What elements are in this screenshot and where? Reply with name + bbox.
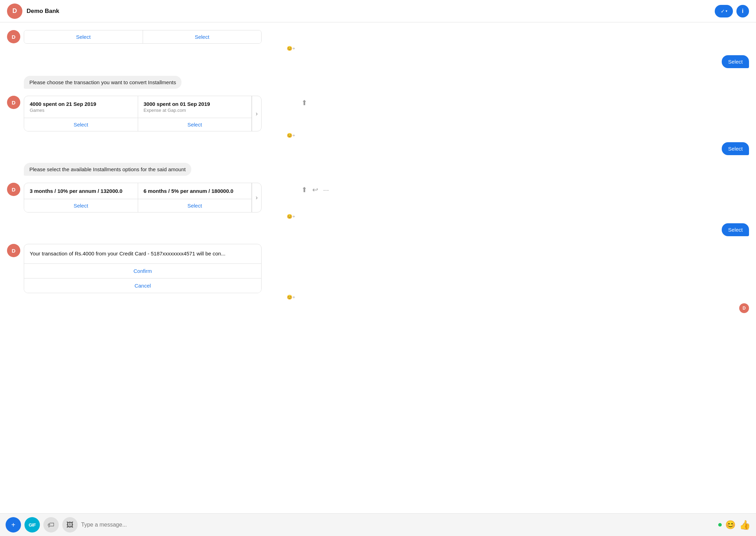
emoji-bar-4: 😊+ <box>24 295 295 300</box>
sticker-icon: 🏷 <box>48 521 55 529</box>
user-select-3-content: Select <box>722 223 749 236</box>
emoji-add-icon-4[interactable]: 😊+ <box>287 295 295 300</box>
cancel-button[interactable]: Cancel <box>24 278 261 293</box>
card-next-arrow-1[interactable]: › <box>252 96 261 131</box>
top-select-right-button[interactable]: Select <box>143 30 262 43</box>
image-button[interactable]: 🖼 <box>62 517 78 533</box>
info-button[interactable]: i <box>736 5 749 17</box>
msg-row-user-select-1: Select <box>0 53 756 70</box>
installment-card-1-amount: 3 months / 10% per annum / 132000.0 <box>30 188 132 194</box>
bottom-avatar-row: D <box>0 302 756 313</box>
transaction-card-2-amount: 3000 spent on 01 Sep 2019 <box>144 101 246 107</box>
bottom-avatar: D <box>739 303 749 313</box>
card-1-actions: ⬆ <box>300 96 309 108</box>
more-icon[interactable]: ··· <box>322 184 330 195</box>
share-icon-2[interactable]: ⬆ <box>300 184 309 195</box>
transaction-card-2-select[interactable]: Select <box>138 118 252 131</box>
user-select-bubble-2[interactable]: Select <box>722 142 749 155</box>
transaction-card-1-select[interactable]: Select <box>24 118 138 131</box>
share-icon-1[interactable]: ⬆ <box>300 97 309 108</box>
image-icon: 🖼 <box>66 521 73 529</box>
bot-bubble-1: Please choose the transaction you want t… <box>24 76 181 89</box>
sticker-button[interactable]: 🏷 <box>43 517 59 533</box>
msg-row-cards-1: D 4000 spent on 21 Sep 2019 Games Select <box>0 94 756 140</box>
chevron-right-icon-2: › <box>256 194 258 201</box>
transaction-card-2-desc: Expense at Gap.com <box>144 108 246 113</box>
confirm-button[interactable]: Confirm <box>24 263 261 278</box>
user-avatar-1: D <box>7 30 20 43</box>
user-avatar-4: D <box>7 244 20 257</box>
installment-card-2: 6 months / 5% per annum / 180000.0 Selec… <box>138 183 252 212</box>
check-button[interactable]: ✓ ▾ <box>715 5 733 17</box>
chevron-icon: ▾ <box>726 9 727 13</box>
installment-card-1-body: 3 months / 10% per annum / 132000.0 <box>24 183 138 199</box>
emoji-add-icon-1[interactable]: 😊+ <box>287 46 295 51</box>
card-next-arrow-2[interactable]: › <box>252 183 261 212</box>
online-status-dot <box>718 523 722 527</box>
msg-row-cards-2: D 3 months / 10% per annum / 132000.0 Se… <box>0 181 756 221</box>
user-select-bubble-3[interactable]: Select <box>722 223 749 236</box>
emoji-add-icon-3[interactable]: 😊+ <box>287 214 295 219</box>
cards-2-content: 3 months / 10% per annum / 132000.0 Sele… <box>24 183 297 219</box>
message-input[interactable] <box>81 522 715 528</box>
header-avatar: D <box>7 3 22 19</box>
confirm-content: Your transaction of Rs.4000 from your Cr… <box>24 244 297 300</box>
transaction-card-1-desc: Games <box>30 108 132 113</box>
transaction-card-2-body: 3000 spent on 01 Sep 2019 Expense at Gap… <box>138 96 252 118</box>
bot-q2-content: Please select the available Installments… <box>24 163 191 179</box>
transaction-card-grid: 4000 spent on 21 Sep 2019 Games Select 3… <box>24 96 262 131</box>
emoji-bar-3: 😊+ <box>24 214 295 219</box>
emoji-button[interactable]: 😊 <box>725 520 736 530</box>
thumbs-up-button[interactable]: 👍 <box>739 520 750 530</box>
user-select-bubble-1[interactable]: Select <box>722 55 749 68</box>
msg-row-bot-q1: Please choose the transaction you want t… <box>0 74 756 94</box>
user-select-1-content: Select <box>722 55 749 68</box>
msg-row-confirm: D Your transaction of Rs.4000 from your … <box>0 242 756 302</box>
user-avatar-3: D <box>7 183 20 196</box>
emoji-bar-1: 😊+ <box>24 46 295 51</box>
emoji-add-icon-2[interactable]: 😊+ <box>287 133 295 138</box>
installment-card-2-body: 6 months / 5% per annum / 180000.0 <box>138 183 252 199</box>
cards-1-content: 4000 spent on 21 Sep 2019 Games Select 3… <box>24 96 297 138</box>
transaction-card-1: 4000 spent on 21 Sep 2019 Games Select <box>24 96 138 131</box>
installment-card-1: 3 months / 10% per annum / 132000.0 Sele… <box>24 183 138 212</box>
emoji-bar-2: 😊+ <box>24 133 295 138</box>
gif-button[interactable]: GIF <box>24 517 40 533</box>
reply-icon[interactable]: ↩ <box>311 184 320 195</box>
msg-row-selects-top: D Select Select 😊+ <box>0 28 756 53</box>
installment-card-2-select[interactable]: Select <box>138 199 252 212</box>
toolbar: + GIF 🏷 🖼 😊 👍 <box>0 513 756 536</box>
confirm-card: Your transaction of Rs.4000 from your Cr… <box>24 244 262 293</box>
gif-label: GIF <box>29 522 36 528</box>
chevron-right-icon-1: › <box>256 110 258 117</box>
top-select-row: Select Select <box>24 30 262 44</box>
installment-card-1-select[interactable]: Select <box>24 199 138 212</box>
info-icon: i <box>742 8 743 14</box>
confirm-text: Your transaction of Rs.4000 from your Cr… <box>24 244 261 263</box>
msg-row-bot-q2: Please select the available Installments… <box>0 161 756 181</box>
check-icon: ✓ <box>721 8 725 14</box>
transaction-card-1-body: 4000 spent on 21 Sep 2019 Games <box>24 96 138 118</box>
add-button[interactable]: + <box>6 517 21 533</box>
transaction-card-1-amount: 4000 spent on 21 Sep 2019 <box>30 101 132 107</box>
top-select-left-button[interactable]: Select <box>24 30 143 43</box>
select-row-top: Select Select 😊+ <box>24 30 297 51</box>
bot-bubble-2: Please select the available Installments… <box>24 163 191 176</box>
header: D Demo Bank ✓ ▾ i <box>0 0 756 22</box>
msg-row-user-select-3: Select <box>0 221 756 238</box>
confirm-actions: Confirm Cancel <box>24 263 261 293</box>
transaction-card-2: 3000 spent on 01 Sep 2019 Expense at Gap… <box>138 96 252 131</box>
toolbar-right: 😊 👍 <box>718 520 750 530</box>
installment-card-grid: 3 months / 10% per annum / 132000.0 Sele… <box>24 183 262 212</box>
header-actions: ✓ ▾ i <box>715 5 749 17</box>
plus-icon: + <box>11 521 15 529</box>
header-title: Demo Bank <box>27 8 59 15</box>
chat-area: D Select Select 😊+ Select <box>0 22 756 513</box>
user-select-2-content: Select <box>722 142 749 155</box>
bot-q1-content: Please choose the transaction you want t… <box>24 76 181 92</box>
user-avatar-2: D <box>7 96 20 109</box>
msg-row-user-select-2: Select <box>0 140 756 157</box>
installment-card-2-amount: 6 months / 5% per annum / 180000.0 <box>144 188 246 194</box>
card-2-actions: ⬆ ↩ ··· <box>300 183 330 195</box>
